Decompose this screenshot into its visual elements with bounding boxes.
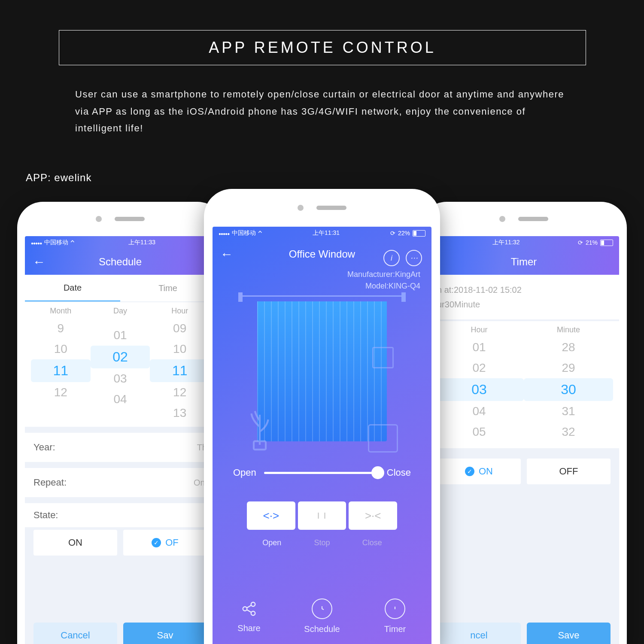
picker-month[interactable]: Month 9 10 11 12 [31,307,91,423]
picker-option-selected[interactable]: 11 [31,359,91,382]
svg-line-4 [246,605,251,608]
row-repeat[interactable]: Repeat:Onl [25,468,216,497]
tab-date[interactable]: Date [25,275,120,301]
speaker-slot [518,217,548,221]
slider-close-label: Close [387,467,411,478]
picker-option[interactable]: 10 [150,339,210,359]
picker-option[interactable]: 12 [150,382,210,403]
footer-buttons: Cancel Sav [25,617,216,644]
status-bar: 上午11:32 ⟳21% [428,236,619,249]
picker-option-selected[interactable]: 02 [91,346,150,368]
clock-icon [312,598,332,619]
picker-option[interactable]: 05 [434,422,524,442]
battery-icon [600,240,613,246]
manufacturer-label: Manufacturer:KingArt [347,269,420,280]
picker-option[interactable]: 28 [524,337,613,358]
model-label: Model:KING-Q4 [347,280,420,292]
footer-buttons: ncel Save [428,617,619,644]
camera-dot [298,205,304,211]
stop-button[interactable]: I I [298,501,346,530]
info-icon[interactable]: i [383,250,400,266]
picker-option-selected[interactable]: 30 [524,378,613,401]
schedule-tabs: Date Time [25,275,216,301]
more-icon[interactable]: ⋯ [406,250,422,266]
picker-option[interactable]: 12 [31,382,91,403]
save-button[interactable]: Save [527,623,611,644]
tab-time[interactable]: Time [120,275,216,301]
timer-icon [385,598,405,619]
svg-point-2 [251,602,255,606]
control-buttons: <·> I I >·< [247,501,397,530]
back-icon[interactable]: ← [33,255,46,268]
timer-info: n at:2018-11-02 15:02 ur30Minute [428,275,619,319]
state-on-button[interactable]: ON [33,530,117,556]
timer-picker[interactable]: Hour 01 02 03 04 05 Minute 28 29 30 [428,321,619,448]
signal-icon [219,230,229,237]
cancel-button[interactable]: ncel [437,623,521,644]
picker-option[interactable]: 29 [524,358,613,378]
slider-track[interactable] [264,472,379,474]
page-title: APP REMOTE CONTROL [209,39,436,57]
bottom-tabs: Share Schedule Timer [213,584,431,644]
state-off-button[interactable]: ✓OF [123,530,207,556]
phone-bezel [421,202,627,236]
status-bar: 中国移动 上午11:31 ⟳22% [213,227,431,240]
open-button[interactable]: <·> [247,501,295,530]
row-state: State: [25,503,216,527]
timer-duration-label: ur30Minute [437,297,611,312]
share-icon [240,599,258,618]
close-button[interactable]: >·< [349,501,397,530]
back-icon[interactable]: ← [220,248,233,261]
speaker-slot [316,206,346,210]
row-year[interactable]: Year:Th [25,433,216,462]
cancel-button[interactable]: Cancel [33,623,117,644]
screen-title: Timer [511,256,537,268]
picker-option[interactable] [31,403,91,410]
tab-schedule[interactable]: Schedule [286,584,358,644]
picker-day[interactable]: Day 01 02 03 04 [91,307,150,423]
picker-option[interactable]: 01 [91,325,150,346]
picker-hour[interactable]: Hour 01 02 03 04 05 [434,325,524,442]
picker-option[interactable] [91,318,150,325]
picker-option[interactable]: 09 [150,318,210,339]
on-label: ON [68,537,82,548]
picker-option[interactable]: 13 [150,403,210,423]
picker-hour[interactable]: Hour 09 10 11 12 13 [150,307,210,423]
picker-option-selected[interactable]: 11 [150,359,210,382]
picker-option[interactable]: 10 [31,339,91,359]
slider-thumb[interactable] [371,466,384,479]
battery-icon [413,230,425,237]
picker-option[interactable]: 31 [524,401,613,422]
picker-option[interactable]: 04 [91,389,150,410]
save-button[interactable]: Sav [123,623,207,644]
off-label: OF [165,537,179,548]
screen-title: Schedule [99,256,142,268]
picker-label: Hour [150,307,210,316]
picker-option[interactable]: 01 [434,337,524,358]
repeat-label: Repeat: [33,477,194,488]
timer-on-button[interactable]: ✓ON [437,459,521,484]
picker-option-selected[interactable]: 03 [434,378,524,401]
tab-share[interactable]: Share [213,584,286,644]
slider-open-label: Open [233,467,256,478]
picker-option[interactable]: 03 [91,368,150,389]
tab-timer[interactable]: Timer [358,584,431,644]
timer-off-button[interactable]: OFF [527,459,611,484]
curtain-rod [238,295,406,302]
date-picker[interactable]: Month 9 10 11 12 Day 01 02 03 [25,302,216,427]
picker-option[interactable]: 02 [434,358,524,378]
picker-option[interactable]: 32 [524,422,613,442]
nav-row: ← Schedule [25,249,216,275]
curtain-slider[interactable]: Open Close [233,467,411,478]
svg-point-1 [243,607,247,611]
tab-label: Schedule [304,624,340,634]
device-title: Office Window [289,248,355,260]
picker-minute[interactable]: Minute 28 29 30 31 32 [524,325,613,442]
picker-option[interactable]: 9 [31,318,91,339]
picker-option[interactable]: 04 [434,401,524,422]
carrier-label: 中国移动 [232,229,256,237]
check-icon: ✓ [152,538,161,547]
phone-timer: 上午11:32 ⟳21% Timer n at:2018-11-02 15:02… [421,202,627,644]
speaker-slot [115,217,145,221]
plant-icon [248,401,272,453]
